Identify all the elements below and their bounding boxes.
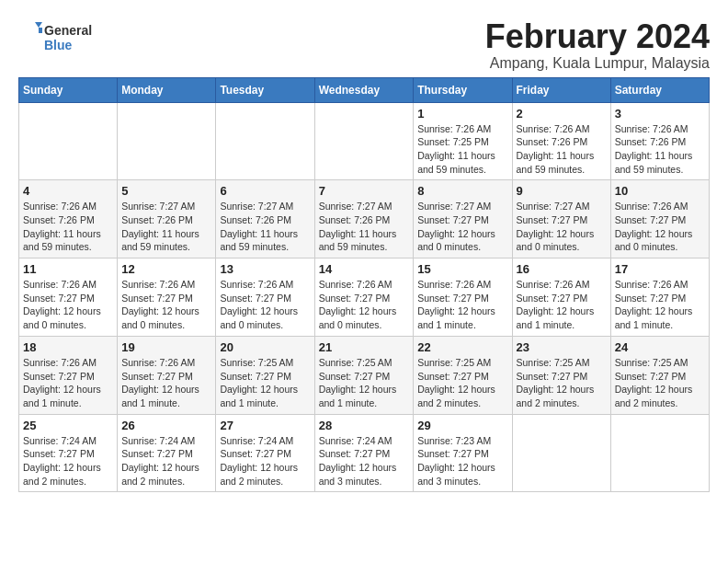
day-number: 12 [121,262,211,276]
calendar-week-row: 11Sunrise: 7:26 AM Sunset: 7:27 PM Dayli… [19,259,710,337]
header-thursday: Thursday [414,77,512,102]
day-info: Sunrise: 7:26 AM Sunset: 7:27 PM Dayligh… [220,278,310,332]
calendar-cell [610,414,709,492]
calendar-cell: 4Sunrise: 7:26 AM Sunset: 7:26 PM Daylig… [19,180,118,259]
calendar-cell: 6Sunrise: 7:27 AM Sunset: 7:26 PM Daylig… [216,180,314,259]
subtitle: Ampang, Kuala Lumpur, Malaysia [485,55,710,72]
day-info: Sunrise: 7:26 AM Sunset: 7:27 PM Dayligh… [615,200,705,254]
day-info: Sunrise: 7:24 AM Sunset: 7:27 PM Dayligh… [121,434,211,488]
day-info: Sunrise: 7:25 AM Sunset: 7:27 PM Dayligh… [615,356,705,410]
header-friday: Friday [512,77,610,102]
calendar-cell: 8Sunrise: 7:27 AM Sunset: 7:27 PM Daylig… [414,180,512,259]
day-number: 19 [121,340,211,354]
calendar-cell: 2Sunrise: 7:26 AM Sunset: 7:26 PM Daylig… [512,102,610,180]
calendar-cell: 16Sunrise: 7:26 AM Sunset: 7:27 PM Dayli… [512,259,610,337]
svg-text:General: General [44,23,92,38]
day-info: Sunrise: 7:25 AM Sunset: 7:27 PM Dayligh… [517,356,607,410]
day-info: Sunrise: 7:24 AM Sunset: 7:27 PM Dayligh… [23,434,113,488]
day-number: 11 [23,262,113,276]
calendar-cell [314,102,414,180]
calendar-header: SundayMondayTuesdayWednesdayThursdayFrid… [19,77,710,102]
calendar-cell [118,102,216,180]
day-info: Sunrise: 7:27 AM Sunset: 7:26 PM Dayligh… [121,200,211,254]
header-saturday: Saturday [610,77,709,102]
header-tuesday: Tuesday [216,77,314,102]
day-number: 4 [23,184,113,198]
calendar-cell: 19Sunrise: 7:26 AM Sunset: 7:27 PM Dayli… [118,336,216,414]
calendar-body: 1Sunrise: 7:26 AM Sunset: 7:25 PM Daylig… [19,102,710,492]
calendar-cell: 23Sunrise: 7:25 AM Sunset: 7:27 PM Dayli… [512,336,610,414]
calendar-cell: 25Sunrise: 7:24 AM Sunset: 7:27 PM Dayli… [19,414,118,492]
header: General Blue February 2024 Ampang, Kuala… [18,18,710,72]
day-info: Sunrise: 7:27 AM Sunset: 7:27 PM Dayligh… [417,200,507,254]
day-number: 25 [23,419,113,432]
calendar-week-row: 18Sunrise: 7:26 AM Sunset: 7:27 PM Dayli… [19,336,710,414]
day-info: Sunrise: 7:24 AM Sunset: 7:27 PM Dayligh… [220,434,310,488]
day-number: 9 [517,184,607,198]
day-info: Sunrise: 7:26 AM Sunset: 7:26 PM Dayligh… [23,200,113,254]
day-number: 8 [417,184,507,198]
day-number: 18 [23,340,113,354]
calendar-cell: 3Sunrise: 7:26 AM Sunset: 7:26 PM Daylig… [610,102,709,180]
calendar-table: SundayMondayTuesdayWednesdayThursdayFrid… [18,77,710,493]
svg-rect-3 [39,28,42,33]
day-info: Sunrise: 7:26 AM Sunset: 7:27 PM Dayligh… [417,278,507,332]
calendar-cell: 7Sunrise: 7:27 AM Sunset: 7:26 PM Daylig… [314,180,414,259]
day-info: Sunrise: 7:27 AM Sunset: 7:27 PM Dayligh… [517,200,607,254]
calendar-cell: 21Sunrise: 7:25 AM Sunset: 7:27 PM Dayli… [314,336,414,414]
calendar-cell: 17Sunrise: 7:26 AM Sunset: 7:27 PM Dayli… [610,259,709,337]
calendar-cell: 5Sunrise: 7:27 AM Sunset: 7:26 PM Daylig… [118,180,216,259]
header-row: SundayMondayTuesdayWednesdayThursdayFrid… [19,77,710,102]
day-info: Sunrise: 7:26 AM Sunset: 7:26 PM Dayligh… [517,122,607,177]
calendar-week-row: 4Sunrise: 7:26 AM Sunset: 7:26 PM Daylig… [19,180,710,259]
calendar-cell [512,414,610,492]
day-info: Sunrise: 7:25 AM Sunset: 7:27 PM Dayligh… [319,356,410,410]
day-number: 28 [319,419,410,432]
day-number: 20 [220,340,310,354]
day-number: 2 [517,107,607,121]
calendar-cell: 15Sunrise: 7:26 AM Sunset: 7:27 PM Dayli… [414,259,512,337]
calendar-cell: 27Sunrise: 7:24 AM Sunset: 7:27 PM Dayli… [216,414,314,492]
day-number: 15 [417,262,507,276]
day-number: 1 [417,107,507,121]
svg-marker-2 [35,22,42,28]
day-info: Sunrise: 7:27 AM Sunset: 7:26 PM Dayligh… [319,200,410,254]
header-monday: Monday [118,77,216,102]
day-info: Sunrise: 7:26 AM Sunset: 7:27 PM Dayligh… [121,278,211,332]
day-number: 5 [121,184,211,198]
calendar-week-row: 25Sunrise: 7:24 AM Sunset: 7:27 PM Dayli… [19,414,710,492]
calendar-cell: 1Sunrise: 7:26 AM Sunset: 7:25 PM Daylig… [414,102,512,180]
svg-text:Blue: Blue [44,38,73,52]
day-number: 7 [319,184,410,198]
header-wednesday: Wednesday [314,77,414,102]
day-number: 17 [615,262,705,276]
calendar-cell: 26Sunrise: 7:24 AM Sunset: 7:27 PM Dayli… [118,414,216,492]
day-info: Sunrise: 7:26 AM Sunset: 7:27 PM Dayligh… [319,278,410,332]
day-info: Sunrise: 7:26 AM Sunset: 7:27 PM Dayligh… [121,356,211,410]
header-sunday: Sunday [19,77,118,102]
day-number: 14 [319,262,410,276]
day-info: Sunrise: 7:26 AM Sunset: 7:27 PM Dayligh… [23,356,113,410]
calendar-week-row: 1Sunrise: 7:26 AM Sunset: 7:25 PM Daylig… [19,102,710,180]
calendar-cell: 24Sunrise: 7:25 AM Sunset: 7:27 PM Dayli… [610,336,709,414]
main-title: February 2024 [485,18,710,55]
day-number: 13 [220,262,310,276]
day-number: 22 [417,340,507,354]
day-info: Sunrise: 7:26 AM Sunset: 7:27 PM Dayligh… [517,278,607,332]
calendar-cell: 10Sunrise: 7:26 AM Sunset: 7:27 PM Dayli… [610,180,709,259]
calendar-cell [19,102,118,180]
day-info: Sunrise: 7:26 AM Sunset: 7:25 PM Dayligh… [417,122,507,177]
calendar-cell: 9Sunrise: 7:27 AM Sunset: 7:27 PM Daylig… [512,180,610,259]
day-number: 6 [220,184,310,198]
calendar-cell: 20Sunrise: 7:25 AM Sunset: 7:27 PM Dayli… [216,336,314,414]
day-info: Sunrise: 7:27 AM Sunset: 7:26 PM Dayligh… [220,200,310,254]
calendar-cell [216,102,314,180]
logo: General Blue [18,18,101,59]
day-info: Sunrise: 7:25 AM Sunset: 7:27 PM Dayligh… [220,356,310,410]
day-number: 27 [220,419,310,432]
day-number: 24 [615,340,705,354]
calendar-cell: 12Sunrise: 7:26 AM Sunset: 7:27 PM Dayli… [118,259,216,337]
day-number: 29 [417,419,507,432]
calendar-cell: 11Sunrise: 7:26 AM Sunset: 7:27 PM Dayli… [19,259,118,337]
day-info: Sunrise: 7:26 AM Sunset: 7:27 PM Dayligh… [23,278,113,332]
